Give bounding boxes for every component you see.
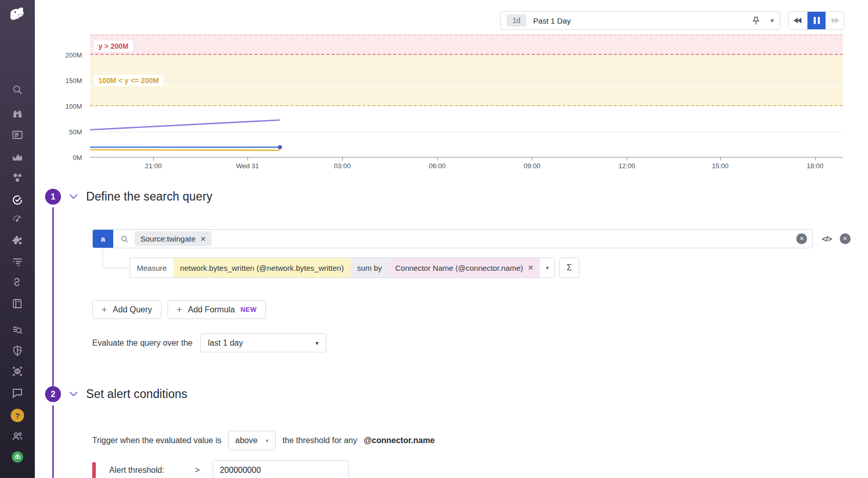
monitors-target-icon[interactable] (11, 193, 24, 207)
synthetics-link-icon[interactable] (11, 275, 24, 289)
chart-plot[interactable]: y > 200M100M < y <= 200M (90, 34, 843, 157)
trigger-condition-row: Trigger when the evaluated value is abov… (92, 431, 435, 450)
x-axis-tick-mark (437, 157, 438, 161)
chart-y-axis: 200M150M100M50M0M (51, 34, 85, 157)
plus-icon: + (177, 305, 182, 314)
remove-group-by-icon[interactable]: ✕ (528, 264, 534, 271)
watchdog-binoculars-icon[interactable] (11, 107, 24, 121)
code-view-icon[interactable]: </> (822, 234, 832, 243)
notebooks-icon[interactable] (11, 297, 24, 310)
remove-query-icon[interactable]: ✕ (840, 233, 851, 244)
group-by-caret-icon[interactable]: ▾ (540, 258, 554, 277)
x-axis-tick-mark (153, 157, 154, 161)
series-end-dot (278, 145, 282, 149)
alert-threshold-operator: > (195, 466, 200, 475)
query-connector-elbow (102, 248, 129, 268)
group-by-pill[interactable]: Connector Name (@connector.name) ✕ (388, 258, 540, 277)
chart-x-axis: 21:00Wed 3103:0006:0009:0012:0015:0018:0… (90, 157, 843, 172)
evaluation-window-value: last 1 day (208, 338, 243, 348)
x-axis-tick-mark (247, 157, 248, 161)
logs-filter-icon[interactable] (11, 255, 24, 268)
sidebar: ? (0, 0, 35, 478)
y-axis-tick: 0M (73, 154, 82, 162)
trigger-operator-value: above (235, 436, 258, 445)
clear-query-icon[interactable]: ✕ (796, 233, 807, 244)
alert-threshold-label: Alert threshold: (109, 466, 164, 475)
network-globe-icon[interactable] (11, 365, 24, 378)
user-avatar[interactable] (11, 450, 24, 464)
x-axis-tick-label: 09:00 (524, 162, 541, 170)
measure-label[interactable]: Measure (130, 258, 173, 277)
group-by-value: Connector Name (@connector.name) (395, 264, 523, 272)
collapse-chevron-icon[interactable] (69, 391, 78, 397)
trigger-prefix-text: Trigger when the evaluated value is (92, 436, 221, 445)
x-axis-tick-mark (720, 157, 721, 161)
x-axis-tick-mark (532, 157, 532, 161)
y-axis-tick: 50M (69, 128, 82, 136)
y-axis-tick: 100M (65, 103, 82, 110)
series-line-connector-purple (90, 120, 280, 130)
caret-down-icon: ▾ (316, 340, 319, 347)
section-title: Set alert conditions (86, 387, 188, 401)
help-icon[interactable]: ? (11, 409, 24, 422)
add-query-button[interactable]: + Add Query (92, 300, 161, 319)
help-question-glyph: ? (11, 409, 24, 422)
datadog-logo[interactable] (7, 4, 28, 25)
search-query-bar[interactable]: a Source:twingate ✕ ✕ (92, 229, 813, 248)
x-axis-tick-label: 03:00 (334, 162, 351, 170)
step-number-badge: 2 (45, 386, 61, 402)
section-define-query: 1 Define the search query (45, 189, 213, 205)
x-axis-tick-mark (627, 157, 627, 161)
metrics-chart-icon[interactable] (11, 150, 24, 164)
add-formula-button[interactable]: + Add Formula NEW (168, 300, 266, 319)
integrations-puzzle-icon[interactable] (11, 233, 24, 247)
infrastructure-hexagons-icon[interactable] (11, 171, 24, 185)
search-icon-small (120, 235, 129, 243)
x-axis-tick-label: 06:00 (429, 162, 446, 170)
pause-button[interactable] (807, 12, 825, 29)
remove-filter-icon[interactable]: ✕ (200, 235, 206, 243)
rewind-button[interactable] (789, 12, 807, 29)
trigger-middle-text: the threshold for any (282, 436, 357, 445)
step-number-badge: 1 (45, 189, 61, 205)
events-list-icon[interactable] (11, 128, 24, 142)
add-query-label: Add Query (113, 305, 152, 314)
feedback-chat-icon[interactable] (11, 386, 24, 400)
section-alert-conditions: 2 Set alert conditions (45, 386, 188, 402)
alert-threshold-input[interactable] (213, 460, 349, 478)
section-title: Define the search query (86, 190, 213, 204)
apm-gauge-icon[interactable] (11, 211, 24, 225)
x-axis-tick-mark (815, 157, 816, 161)
org-users-icon[interactable] (11, 430, 24, 443)
alert-severity-bar (92, 462, 96, 478)
fast-forward-button[interactable] (825, 12, 844, 29)
measure-metric-value[interactable]: network.bytes_written (@network.bytes_wr… (173, 258, 350, 277)
new-badge: NEW (240, 306, 257, 313)
time-controls: 1d Past 1 Day ▾ (500, 11, 844, 30)
x-axis-tick-label: 12:00 (618, 162, 635, 170)
query-filter-pill[interactable]: Source:twingate ✕ (135, 231, 212, 246)
sigma-aggregate-button[interactable]: Σ (559, 257, 580, 278)
aggregation-operator[interactable]: sum by (350, 258, 388, 277)
y-axis-tick: 200M (65, 51, 82, 59)
pin-icon[interactable] (752, 16, 760, 25)
trigger-group-text: @connector.name (364, 436, 435, 445)
collapse-chevron-icon[interactable] (69, 194, 78, 200)
plus-icon: + (101, 305, 107, 314)
query-letter-chip[interactable]: a (93, 230, 113, 248)
add-formula-label: Add Formula (188, 305, 235, 314)
evaluation-window-dropdown[interactable]: last 1 day ▾ (200, 333, 326, 352)
y-axis-tick: 150M (65, 77, 82, 85)
x-axis-tick-label: 18:00 (807, 162, 823, 170)
log-search-icon[interactable] (11, 324, 24, 337)
caret-down-icon: ▾ (266, 437, 269, 444)
x-axis-tick-label: Wed 31 (236, 162, 259, 170)
playback-controls (788, 11, 844, 30)
security-shield-icon[interactable] (11, 344, 24, 357)
measure-box: Measure network.bytes_written (@network.… (130, 257, 555, 278)
alert-threshold-row: Alert threshold: > (92, 460, 349, 478)
time-range-selector[interactable]: 1d Past 1 Day ▾ (500, 11, 780, 30)
trigger-operator-select[interactable]: above ▾ (228, 431, 276, 450)
time-dropdown-caret-icon[interactable]: ▾ (771, 17, 774, 24)
search-icon[interactable] (11, 83, 24, 96)
